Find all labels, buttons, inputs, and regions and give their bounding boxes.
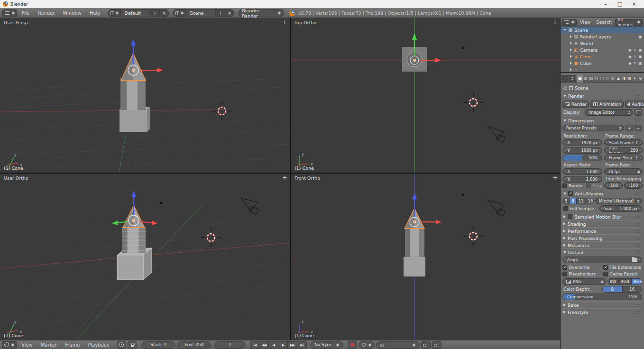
remap-new-field[interactable]: :100 bbox=[624, 182, 643, 189]
region-expand-icon[interactable]: + bbox=[552, 174, 558, 181]
tab-render-layers[interactable]: ▤ bbox=[583, 74, 589, 83]
aa-samples-16[interactable]: 16 bbox=[586, 198, 594, 204]
color-mode-bw[interactable]: BW bbox=[608, 279, 619, 285]
cache-result-checkbox[interactable] bbox=[603, 272, 608, 276]
file-extensions-checkbox[interactable] bbox=[603, 265, 608, 270]
panel-header-sampled-motion-blur[interactable]: Sampled Motion Blur bbox=[562, 213, 642, 220]
delete-scene-button[interactable]: × bbox=[225, 9, 234, 17]
end-frame-field[interactable]: End Frame: 250 bbox=[604, 147, 643, 154]
aa-samples-11[interactable]: 11 bbox=[577, 198, 586, 204]
lamp-object[interactable] bbox=[457, 189, 469, 201]
add-preset-button[interactable]: + bbox=[626, 125, 633, 131]
tab-physics[interactable]: ⊙ bbox=[637, 74, 643, 83]
previous-keyframe-button[interactable]: ◀◀ bbox=[259, 341, 269, 349]
visibility-toggle-icon[interactable]: ◉ bbox=[628, 48, 632, 52]
insert-keyframe-button[interactable] bbox=[421, 341, 431, 349]
resolution-x-field[interactable]: X: 1920 px bbox=[562, 139, 602, 146]
tab-constraints[interactable]: ◇ bbox=[605, 74, 610, 83]
start-frame-field[interactable]: Start Frame: 1 bbox=[604, 139, 643, 146]
crop-checkbox[interactable] bbox=[586, 184, 591, 188]
play-reverse-button[interactable]: ◀ bbox=[269, 341, 278, 349]
jump-to-start-button[interactable]: |◀ bbox=[250, 341, 259, 349]
renderability-toggle-icon[interactable]: ▣ bbox=[638, 55, 642, 59]
region-expand-icon[interactable]: + bbox=[282, 18, 287, 26]
outliner-row-partial[interactable]: • bbox=[561, 66, 644, 73]
panel-drag-dots[interactable] bbox=[635, 222, 641, 226]
add-layout-button[interactable]: + bbox=[150, 9, 159, 17]
translate-manipulator[interactable] bbox=[128, 39, 163, 75]
full-sample-checkbox[interactable] bbox=[563, 206, 568, 211]
timeline-menu-marker[interactable]: Marker bbox=[37, 341, 61, 349]
panel-drag-dots[interactable] bbox=[635, 230, 641, 233]
tab-modifiers[interactable]: ⚙ bbox=[610, 74, 616, 83]
close-button[interactable]: × bbox=[627, 0, 641, 8]
camera-object[interactable] bbox=[488, 126, 505, 142]
menu-file[interactable]: File bbox=[18, 9, 33, 17]
color-mode-rgba[interactable]: RGBA bbox=[632, 279, 642, 285]
menu-help[interactable]: Help bbox=[86, 9, 104, 17]
file-format-select[interactable]: PNG bbox=[562, 278, 606, 285]
panel-header-performance[interactable]: Performance bbox=[562, 227, 642, 234]
cone-cube-object[interactable] bbox=[117, 205, 152, 280]
audio-button[interactable]: Audio bbox=[625, 101, 644, 108]
aa-size-field[interactable]: Size: 1.000 px bbox=[599, 205, 642, 212]
renderability-toggle-icon[interactable]: ▣ bbox=[638, 48, 642, 52]
aa-samples-8[interactable]: 8 bbox=[570, 198, 576, 204]
maximize-button[interactable]: □ bbox=[613, 0, 627, 8]
browse-scenes-button[interactable] bbox=[174, 9, 186, 17]
timeline-menu-playback[interactable]: Playback bbox=[84, 341, 112, 349]
outliner-menu-search[interactable]: Search bbox=[594, 19, 615, 25]
tab-particles[interactable]: ∗ bbox=[632, 74, 638, 83]
window-titlebar[interactable]: Blender – □ × bbox=[0, 0, 644, 8]
tab-object[interactable]: □ bbox=[599, 74, 605, 83]
start-frame-field[interactable]: Start: 1 bbox=[141, 341, 175, 349]
keying-set-select[interactable] bbox=[376, 341, 420, 349]
3d-cursor[interactable] bbox=[464, 93, 483, 112]
panel-drag-dots[interactable] bbox=[635, 192, 641, 195]
scene-name[interactable]: Scene bbox=[186, 10, 215, 16]
jump-to-end-button[interactable]: ▶| bbox=[297, 341, 307, 349]
minimize-button[interactable]: – bbox=[598, 0, 613, 8]
panel-drag-dots[interactable] bbox=[635, 311, 641, 314]
outliner-row-cone[interactable]: ▲ Cone ◉ ↖ ▣ bbox=[561, 53, 644, 60]
render-button[interactable]: Render bbox=[562, 101, 589, 108]
outliner-row-world[interactable]: ◎ World bbox=[561, 40, 644, 46]
auto-keying-mode-select[interactable] bbox=[359, 341, 375, 349]
3d-cursor[interactable] bbox=[464, 227, 483, 246]
panel-drag-dots[interactable] bbox=[635, 303, 641, 307]
delete-layout-button[interactable]: × bbox=[159, 9, 168, 17]
camera-object[interactable] bbox=[241, 198, 258, 214]
panel-header-render[interactable]: Render bbox=[562, 92, 642, 100]
remap-old-field[interactable]: :100 bbox=[604, 182, 623, 189]
color-mode-rgb[interactable]: RGB bbox=[619, 279, 632, 285]
play-button[interactable]: ▶ bbox=[278, 341, 288, 349]
panel-header-output[interactable]: Output bbox=[562, 248, 642, 256]
anti-aliasing-checkbox[interactable] bbox=[568, 191, 573, 196]
compression-slider[interactable]: Compression: 15% bbox=[562, 294, 642, 300]
renderability-toggle-icon[interactable]: ▣ bbox=[638, 35, 642, 39]
panel-drag-dots[interactable] bbox=[635, 244, 641, 247]
panel-header-bake[interactable]: Bake bbox=[562, 301, 642, 308]
outliner-display-mode-select[interactable]: All Scenes bbox=[615, 19, 643, 26]
motion-blur-checkbox[interactable] bbox=[568, 214, 572, 219]
editor-type-button-outliner[interactable] bbox=[562, 19, 577, 26]
viewport-top-ortho[interactable]: x y Top Ortho (1) Cone + bbox=[291, 18, 560, 173]
frame-step-field[interactable]: Frame Step: 1 bbox=[604, 155, 643, 161]
panel-header-freestyle[interactable]: Freestyle bbox=[562, 308, 642, 315]
border-checkbox[interactable] bbox=[562, 184, 567, 188]
3d-cursor[interactable] bbox=[212, 101, 231, 120]
aspect-x-field[interactable]: X: 1.000 bbox=[562, 168, 602, 175]
color-depth-8[interactable]: 8 bbox=[603, 286, 623, 292]
next-keyframe-button[interactable]: ▶▶ bbox=[288, 341, 297, 349]
expand-icon[interactable] bbox=[570, 68, 572, 71]
output-path-field[interactable]: /tmp\ bbox=[562, 257, 642, 263]
panel-header-anti-aliasing[interactable]: Anti-Aliasing bbox=[562, 190, 642, 197]
cone-cube-object[interactable] bbox=[404, 208, 425, 276]
editor-type-button-info[interactable] bbox=[2, 9, 17, 17]
expand-icon[interactable] bbox=[570, 62, 572, 64]
browse-layouts-button[interactable] bbox=[109, 9, 121, 17]
delete-keyframe-button[interactable] bbox=[432, 341, 442, 349]
sync-mode-select[interactable]: No Sync bbox=[310, 341, 343, 349]
end-frame-field[interactable]: End: 250 bbox=[177, 341, 211, 349]
editor-type-button-properties[interactable] bbox=[561, 75, 576, 82]
